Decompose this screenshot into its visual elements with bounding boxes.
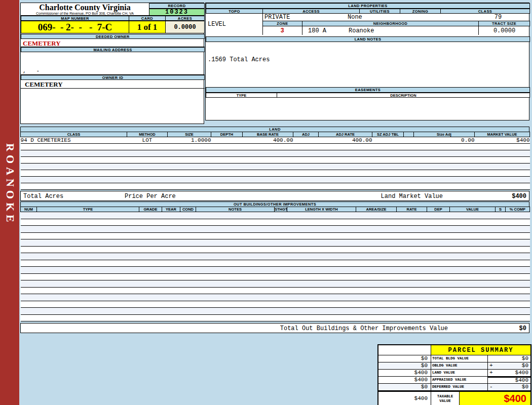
empty-row [21,212,530,219]
card-value: 1 of 1 [129,21,166,33]
acres-value: 0.0000 [165,21,205,33]
tract-size-label: TRACT SIZE [478,21,530,26]
total-acres-label: Total Acres [23,193,63,200]
out-buildings-total-row: Total Out Buildings & Other Improvements… [20,323,529,333]
column-header: BASE RATE [243,132,293,137]
land-cell: $400 [475,137,530,144]
empty-row [21,226,530,233]
column-header: SZ ADJ TBL [372,132,404,137]
empty-row [21,308,530,315]
parcel-summary-title: PARCEL SUMMARY [431,345,530,355]
column-header: GRADE [139,207,162,212]
column-header: METHOD [127,132,168,137]
land-cell: 400.00 [319,137,372,144]
tract-size-value: 0.0000 [478,26,530,35]
column-header: ADJ [293,132,319,137]
empty-row [21,267,530,274]
land-notes-box: .1569 Total Acres [206,42,530,87]
card-label: CARD [129,16,166,21]
map-number-value: 069- - 2- - - 7-C [21,21,129,33]
column-header: S [496,207,506,212]
land-cell: 94 D CEMETERIES [21,137,127,144]
land-cell [211,137,243,144]
empty-row [21,170,530,177]
neighborhood-code: 180 A [308,27,326,34]
deeded-owner-label: DEEDED OWNER [21,34,205,39]
column-header: NOTES [196,207,275,212]
column-header: DEP [427,207,450,212]
summary-carry-value: $0 [378,355,431,362]
price-per-acre-label: Price Per Acre [125,193,176,200]
easements-title: EASEMENTS [206,87,530,93]
empty-row [21,253,530,260]
empty-row [21,294,530,301]
column-header: NUM [21,207,37,212]
neighborhood-name: Roanoke [349,27,374,34]
parcel-summary-header: PARCEL SUMMARY [378,345,530,355]
access-label: ACCESS [262,9,360,14]
land-cell: 1.0000 [168,137,211,144]
land-properties-values: PRIVATE None 79 [262,14,530,21]
empty-row [21,164,530,170]
parcel-summary-rows: $0TOTAL BLDG VALUE$0$0OBLDG VALUE+$0$400… [378,355,530,391]
summary-value: -$0 [488,384,530,391]
summary-label: LAND VALUE [431,370,488,377]
neighborhood-label: NEIGHBORHOOD [302,21,479,26]
summary-label: TOTAL BLDG VALUE [431,355,488,362]
record-label: RECORD [149,3,205,9]
summary-carry-value: $0 [378,362,431,370]
empty-row [21,287,530,294]
district-name: ROANOKE [4,143,17,226]
column-header: AREA/SIZE [356,207,397,212]
easement-description-label: DESCRIPTION [277,93,530,98]
land-cell: 0.00 [414,137,475,144]
out-buildings-table: NUMTYPEGRADEYEARCONDNOTESSTHGTLENGTH X W… [20,207,530,321]
mailing-address-value: , - [23,68,40,74]
land-total-row: Total Acres Price Per Acre Land Market V… [20,191,529,201]
out-buildings-total-value: $0 [519,325,526,332]
owner-id-value: CEMETERY [21,80,205,89]
empty-row [21,314,530,321]
summary-value: +$0 [488,362,530,370]
zoning-label: ZONING [400,9,441,14]
land-table: CLASSMETHODSIZEDEPTHBASE RATEADJADJ RATE… [20,132,530,190]
empty-row [21,232,530,239]
summary-value: $400 [488,377,530,384]
summary-carry-value: $0 [378,384,431,391]
out-buildings-total-label: Total Out Buildings & Other Improvements… [280,325,448,332]
column-header: % COMP [506,207,530,212]
column-header: LENGTH X WIDTH [287,207,356,212]
summary-label: APPRAISED VALUE [431,377,488,384]
column-header: VALUE [450,207,496,212]
column-header: MARKET VALUE [475,132,530,137]
summary-value: +$400 [488,370,530,377]
land-cell: LOT [127,137,168,144]
column-header: ADJ RATE [319,132,372,137]
column-header [404,132,414,137]
class-value: 79 [475,14,521,21]
owner-panel: Charlotte County Virginia Commissioner o… [20,3,204,124]
land-data-row: 94 D CEMETERIESLOT1.0000400.00400.000.00… [21,137,530,144]
zone-label: ZONE [262,21,302,26]
county-header: Charlotte County Virginia Commissioner o… [21,3,149,16]
land-market-value-total: $400 [512,193,526,200]
taxable-carry-value: $400 [378,392,431,405]
empty-row [21,273,530,280]
topo-value: LEVEL [206,14,263,35]
column-header: CLASS [21,132,127,137]
taxable-value-total: $400 [460,392,530,405]
column-header: DEPTH [211,132,243,137]
mailing-address-label: MAILING ADDRESS [21,47,205,52]
land-notes-title: LAND NOTES [206,36,530,42]
land-market-value-label: Land Market Value [381,193,443,200]
land-cell: 400.00 [243,137,293,144]
land-cell [372,137,404,144]
county-title: Charlotte County Virginia [21,3,149,12]
summary-carry-value: $400 [378,377,431,384]
map-number-label: MAP NUMBER [21,16,129,21]
summary-operator: + [489,362,493,369]
acres-label: ACRES [165,16,205,21]
deeded-owner-value: CEMETERY [21,39,205,47]
property-record-card: ROANOKE Charlotte County Virginia Commis… [0,0,532,405]
empty-row [21,177,530,183]
